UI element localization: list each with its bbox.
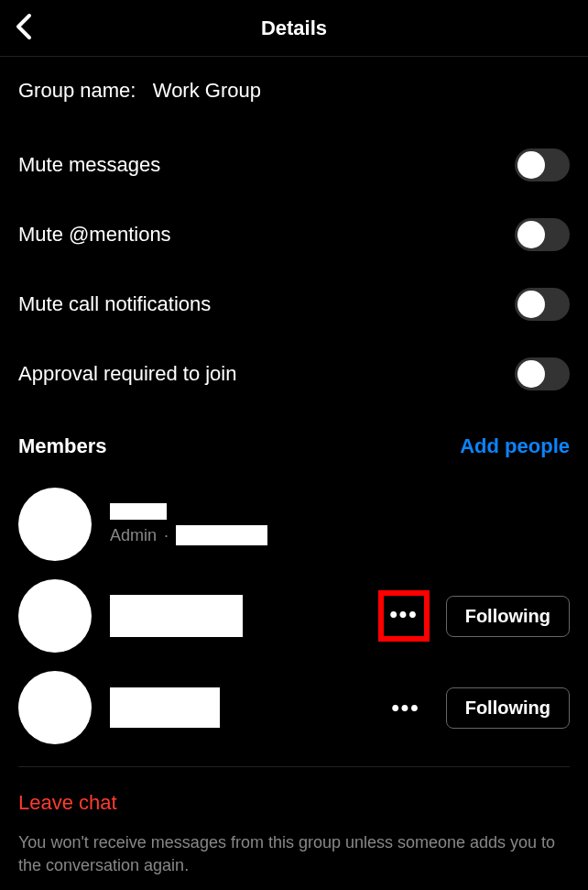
add-people-button[interactable]: Add people [460, 434, 570, 458]
setting-label: Mute call notifications [18, 292, 211, 316]
member-row[interactable]: ••• Following [18, 662, 570, 753]
following-button[interactable]: Following [446, 687, 570, 729]
setting-approval-required: Approval required to join [18, 339, 570, 409]
setting-label: Mute @mentions [18, 223, 171, 247]
member-row[interactable]: Admin · [18, 478, 570, 570]
setting-mute-mentions: Mute @mentions [18, 200, 570, 269]
member-info [110, 687, 382, 728]
setting-mute-calls: Mute call notifications [18, 269, 570, 339]
following-button[interactable]: Following [446, 596, 570, 637]
setting-label: Approval required to join [18, 362, 236, 386]
group-name-label: Group name: [18, 79, 136, 102]
toggle-mute-calls[interactable] [515, 288, 570, 321]
toggle-mute-messages[interactable] [515, 148, 570, 181]
toggle-mute-mentions[interactable] [515, 218, 570, 251]
content: Group name: Work Group Mute messages Mut… [0, 57, 588, 877]
setting-mute-messages: Mute messages [18, 130, 570, 200]
leave-chat-button[interactable]: Leave chat [18, 791, 570, 831]
leave-section: Leave chat You won't receive messages fr… [18, 766, 570, 877]
leave-chat-description: You won't receive messages from this gro… [18, 831, 570, 877]
setting-label: Mute messages [18, 153, 160, 177]
toggle-knob [517, 151, 545, 179]
members-header: Members Add people [18, 409, 570, 478]
more-options-icon[interactable]: ••• [378, 590, 429, 642]
more-options-icon[interactable]: ••• [382, 687, 429, 728]
member-actions: ••• Following [382, 687, 570, 729]
header: Details [0, 0, 588, 57]
group-name-row[interactable]: Group name: Work Group [18, 57, 570, 130]
members-title: Members [18, 434, 107, 458]
redacted-name [110, 595, 243, 637]
page-title: Details [261, 16, 327, 40]
member-info [110, 595, 378, 637]
redacted-name [110, 687, 220, 728]
member-row[interactable]: ••• Following [18, 570, 570, 662]
chevron-left-icon [13, 12, 33, 41]
avatar [18, 579, 92, 653]
avatar [18, 671, 92, 744]
group-name-value: Work Group [153, 79, 261, 102]
redacted-name [110, 503, 167, 520]
toggle-approval-required[interactable] [515, 357, 570, 390]
toggle-knob [517, 291, 545, 318]
redacted-text [176, 525, 267, 545]
member-actions: ••• Following [378, 590, 570, 642]
admin-label: Admin [110, 526, 157, 545]
back-button[interactable] [13, 12, 33, 45]
toggle-knob [517, 221, 545, 248]
member-info: Admin · [110, 503, 570, 545]
separator: · [164, 526, 169, 545]
avatar [18, 488, 92, 561]
admin-line: Admin · [110, 525, 570, 545]
toggle-knob [517, 360, 545, 388]
